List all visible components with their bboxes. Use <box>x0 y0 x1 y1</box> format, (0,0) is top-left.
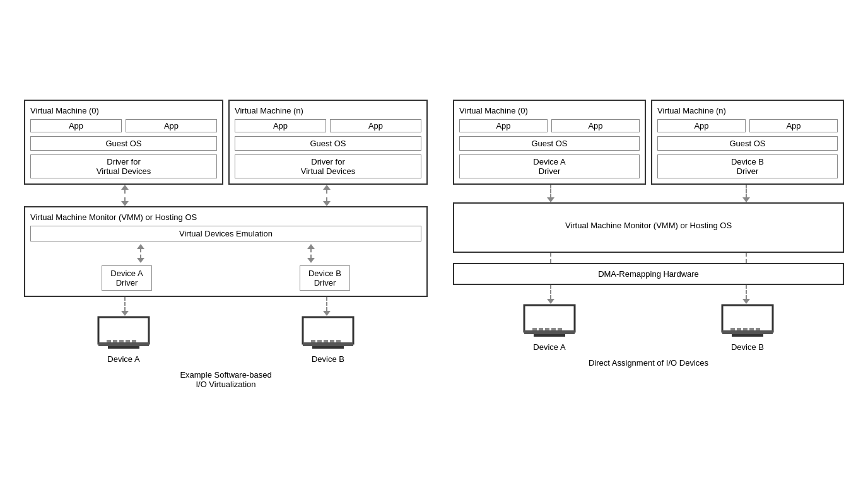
vmn-box-right: Virtual Machine (n) App App Guest OS Dev… <box>651 100 844 185</box>
inner-arrows <box>30 244 421 263</box>
device-a-label-right: Device A <box>533 342 565 352</box>
arrow-vm0-right <box>547 185 554 202</box>
arrow-vmn-vmm <box>323 185 331 206</box>
inner-arrow-b <box>307 244 315 263</box>
arrowhead-down-1 <box>121 201 129 206</box>
vmn-app1-left: App <box>235 119 326 132</box>
vm0-box-right: Virtual Machine (0) App App Guest OS Dev… <box>453 100 646 185</box>
vmm-title-left: Virtual Machine Monitor (VMM) or Hosting… <box>30 212 421 222</box>
vmm-box-right: Virtual Machine Monitor (VMM) or Hosting… <box>453 202 844 253</box>
arrowhead-down-3 <box>121 311 129 316</box>
svg-rect-28 <box>737 328 741 330</box>
vm0-driver-left: Driver forVirtual Devices <box>30 154 217 178</box>
arrows-vmm-to-dma <box>453 253 844 263</box>
arrowhead-up-2 <box>323 185 331 190</box>
dashed-line-r1 <box>550 185 551 197</box>
arrowhead-down-r5 <box>547 299 554 304</box>
vmn-apps-right: App App <box>657 119 838 132</box>
vmn-app2-right: App <box>749 119 838 132</box>
arrow-vmm-dma-a <box>550 253 551 263</box>
vm0-apps-left: App App <box>30 119 217 132</box>
driver-b-box-left: Device BDriver <box>300 265 350 291</box>
vm0-app2-right: App <box>551 119 640 132</box>
svg-rect-14 <box>330 340 334 342</box>
svg-rect-6 <box>126 340 130 342</box>
svg-rect-7 <box>132 340 136 342</box>
device-b-label-left: Device B <box>312 354 344 364</box>
vmn-app1-right: App <box>657 119 746 132</box>
vm0-app1-right: App <box>459 119 548 132</box>
dashed-line-r5 <box>550 285 551 299</box>
svg-rect-29 <box>743 328 748 330</box>
svg-rect-3 <box>107 340 111 342</box>
inner-arrowhead-down-a <box>137 258 144 263</box>
svg-rect-4 <box>113 340 117 342</box>
inner-dashed-b <box>310 249 312 258</box>
vm0-box-left: Virtual Machine (0) App App Guest OS Dri… <box>24 100 223 185</box>
vde-box: Virtual Devices Emulation <box>30 226 421 241</box>
svg-rect-1 <box>98 342 149 346</box>
svg-rect-8 <box>303 317 353 344</box>
arrowhead-down-4 <box>323 311 331 316</box>
device-b-container-left: Device B <box>300 316 356 364</box>
vmm-box-left: Virtual Machine Monitor (VMM) or Hosting… <box>24 206 428 297</box>
vm0-apps-right: App App <box>459 119 640 132</box>
svg-rect-21 <box>545 328 549 330</box>
inner-dashed-a <box>140 249 141 258</box>
arrow-vmm-dma-b <box>746 253 747 263</box>
dashed-line-2 <box>326 190 327 201</box>
device-a-label-left: Device A <box>107 354 139 364</box>
arrows-vm-to-vmm-right <box>453 185 844 202</box>
left-diagram: Virtual Machine (0) App App Guest OS Dri… <box>24 100 428 389</box>
device-a-container-right: Device A <box>521 304 578 352</box>
dashed-line-r2 <box>746 185 747 197</box>
svg-rect-15 <box>336 340 341 342</box>
arrowhead-up-1 <box>121 185 129 190</box>
svg-rect-0 <box>98 317 149 344</box>
left-caption-line1: Example Software-based <box>180 370 271 380</box>
dashed-line-1 <box>124 190 126 201</box>
vm0-driver-right: Device ADriver <box>459 154 640 178</box>
svg-rect-30 <box>749 328 754 330</box>
device-a-icon-left <box>95 316 152 352</box>
vms-row-left: Virtual Machine (0) App App Guest OS Dri… <box>24 100 428 185</box>
svg-rect-23 <box>558 328 562 330</box>
vmn-driver-right: Device BDriver <box>657 154 838 178</box>
svg-rect-25 <box>722 330 773 334</box>
arrowhead-down-r6 <box>742 299 750 304</box>
device-b-container-right: Device B <box>719 304 776 352</box>
driver-a-box-left: Device ADriver <box>102 265 152 291</box>
svg-rect-9 <box>303 342 353 346</box>
svg-rect-20 <box>539 328 543 330</box>
drivers-row-left: Device ADriver Device BDriver <box>30 265 421 291</box>
arrows-vmm-to-devices <box>24 297 428 316</box>
device-b-label-right: Device B <box>731 342 764 352</box>
svg-rect-31 <box>756 328 760 330</box>
right-caption-text: Direct Assignment of I/O Devices <box>589 358 708 368</box>
inner-arrowhead-up-a <box>137 244 144 249</box>
device-b-icon-right <box>719 304 776 340</box>
vmn-app2-left: App <box>330 119 421 132</box>
vmn-title-right: Virtual Machine (n) <box>657 106 838 115</box>
svg-rect-13 <box>324 340 328 342</box>
dashed-line-4 <box>326 297 327 311</box>
vm0-title-right: Virtual Machine (0) <box>459 106 640 115</box>
svg-rect-27 <box>730 328 735 330</box>
vmn-guestos-right: Guest OS <box>657 136 838 151</box>
arrow-dma-deviceb <box>742 285 750 304</box>
vms-row-right: Virtual Machine (0) App App Guest OS Dev… <box>453 100 844 185</box>
dma-box: DMA-Remapping Hardware <box>453 263 844 285</box>
arrows-vm-to-vmm <box>24 185 428 206</box>
svg-rect-11 <box>311 340 315 342</box>
dashed-line-r3 <box>550 253 551 263</box>
svg-rect-17 <box>524 330 575 334</box>
left-caption: Example Software-based I/O Virtualizatio… <box>180 370 271 389</box>
left-caption-line2: I/O Virtualization <box>196 380 255 389</box>
inner-arrowhead-up-b <box>307 244 315 249</box>
vm0-guestos-left: Guest OS <box>30 136 217 151</box>
svg-rect-2 <box>108 346 139 349</box>
svg-rect-5 <box>119 340 124 342</box>
arrow-vmn-right <box>742 185 750 202</box>
arrow-vmm-deviceb <box>323 297 331 316</box>
right-diagram: Virtual Machine (0) App App Guest OS Dev… <box>453 100 844 368</box>
